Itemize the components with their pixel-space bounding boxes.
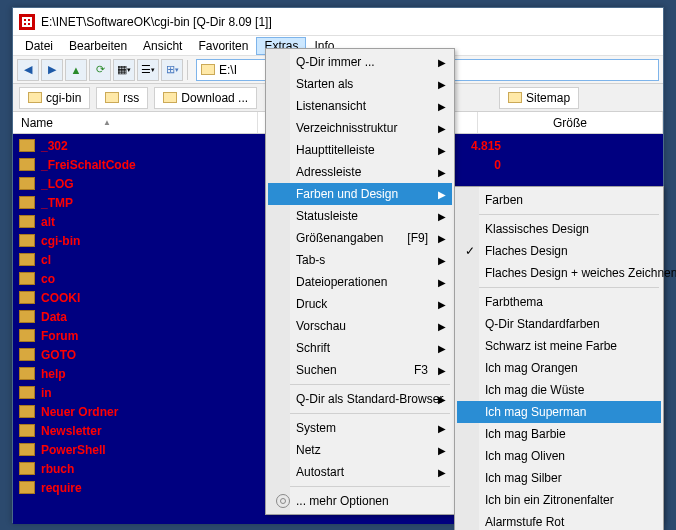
toolbar-separator <box>187 60 188 80</box>
menu-item-autostart[interactable]: Autostart▶ <box>268 461 452 483</box>
folder-icon <box>19 234 35 247</box>
menu-item-statusleiste[interactable]: Statusleiste▶ <box>268 205 452 227</box>
menu-item-alarmstufe-rot[interactable]: Alarmstufe Rot <box>457 511 661 530</box>
menu-item-starten-als[interactable]: Starten als▶ <box>268 73 452 95</box>
menu-item-ich-mag-superman[interactable]: Ich mag Superman <box>457 401 661 423</box>
menu-item-label: System <box>296 421 336 435</box>
menu-item-farben[interactable]: Farben <box>457 189 661 211</box>
menu-item-tab-s[interactable]: Tab-s▶ <box>268 249 452 271</box>
menu-item-ich-bin-ein-zitronenfalter[interactable]: Ich bin ein Zitronenfalter <box>457 489 661 511</box>
chevron-right-icon: ▶ <box>438 211 446 222</box>
menu-item-haupttitelleiste[interactable]: Haupttitelleiste▶ <box>268 139 452 161</box>
check-icon: ✓ <box>465 244 475 258</box>
menu-item-ich-mag-orangen[interactable]: Ich mag Orangen <box>457 357 661 379</box>
menu-separator <box>459 214 659 215</box>
menu-item-label: Q-Dir immer ... <box>296 55 375 69</box>
menu-item-flaches-design-weiches-zeichnen[interactable]: Flaches Design + weiches Zeichnen <box>457 262 661 284</box>
menu-item-label: Q-Dir Standardfarben <box>485 317 600 331</box>
chevron-right-icon: ▶ <box>438 123 446 134</box>
chevron-right-icon: ▶ <box>438 277 446 288</box>
folder-icon <box>19 386 35 399</box>
file-name: in <box>41 386 251 400</box>
menu-separator <box>270 384 450 385</box>
menu-item-ich-mag-oliven[interactable]: Ich mag Oliven <box>457 445 661 467</box>
menu-item-label: Listenansicht <box>296 99 366 113</box>
menu-item-schwarz-ist-meine-farbe[interactable]: Schwarz ist meine Farbe <box>457 335 661 357</box>
file-name: Neuer Ordner <box>41 405 251 419</box>
folder-icon <box>28 92 42 103</box>
folder-icon <box>508 92 522 103</box>
chevron-right-icon: ▶ <box>438 145 446 156</box>
view-grid-button[interactable]: ▦▾ <box>113 59 135 81</box>
file-name: PowerShell <box>41 443 251 457</box>
menu-item-label: Farben <box>485 193 523 207</box>
folder-icon <box>19 139 35 152</box>
menu-item-suchen[interactable]: SuchenF3▶ <box>268 359 452 381</box>
menu-item-label: Schwarz ist meine Farbe <box>485 339 617 353</box>
folder-icon <box>163 92 177 103</box>
column-name[interactable]: Name ▲ <box>13 112 258 133</box>
menu-item-label: Haupttitelleiste <box>296 143 375 157</box>
column-size[interactable]: Größe <box>478 112 663 133</box>
menu-item-q-dir-immer-[interactable]: Q-Dir immer ...▶ <box>268 51 452 73</box>
menu-item-vorschau[interactable]: Vorschau▶ <box>268 315 452 337</box>
menu-item-label: ... mehr Optionen <box>296 494 389 508</box>
menu-item-q-dir-standardfarben[interactable]: Q-Dir Standardfarben <box>457 313 661 335</box>
folder-icon <box>105 92 119 103</box>
menu-item-system[interactable]: System▶ <box>268 417 452 439</box>
chevron-right-icon: ▶ <box>438 445 446 456</box>
menu-item-q-dir-als-standard-browser[interactable]: Q-Dir als Standard-Browser▶ <box>268 388 452 410</box>
menu-item-listenansicht[interactable]: Listenansicht▶ <box>268 95 452 117</box>
file-name: Forum <box>41 329 251 343</box>
layout-button[interactable]: ⊞▾ <box>161 59 183 81</box>
menu-item-flaches-design[interactable]: ✓Flaches Design <box>457 240 661 262</box>
folder-icon <box>19 424 35 437</box>
folder-icon <box>19 481 35 494</box>
nav-forward-button[interactable]: ▶ <box>41 59 63 81</box>
tab-rss[interactable]: rss <box>96 87 148 109</box>
tab-sitemap[interactable]: Sitemap <box>499 87 579 109</box>
folder-icon <box>19 272 35 285</box>
menu-item-label: Verzeichnisstruktur <box>296 121 397 135</box>
tab-download-[interactable]: Download ... <box>154 87 257 109</box>
menu-item-label: Ich mag Silber <box>485 471 562 485</box>
menubar-item-bearbeiten[interactable]: Bearbeiten <box>61 37 135 55</box>
menu-item-ich-mag-silber[interactable]: Ich mag Silber <box>457 467 661 489</box>
menu-item-label: Suchen <box>296 363 337 377</box>
file-name: alt <box>41 215 251 229</box>
menu-item-label: Flaches Design + weiches Zeichnen <box>485 266 676 280</box>
menu-item-netz[interactable]: Netz▶ <box>268 439 452 461</box>
folder-icon <box>19 462 35 475</box>
tab-cgi-bin[interactable]: cgi-bin <box>19 87 90 109</box>
menu-shortcut: F3 <box>414 363 428 377</box>
menubar-item-datei[interactable]: Datei <box>17 37 61 55</box>
menu-item-dateioperationen[interactable]: Dateioperationen▶ <box>268 271 452 293</box>
chevron-right-icon: ▶ <box>438 79 446 90</box>
menu-item-druck[interactable]: Druck▶ <box>268 293 452 315</box>
menu-item-adressleiste[interactable]: Adressleiste▶ <box>268 161 452 183</box>
titlebar: E:\INET\SoftwareOK\cgi-bin [Q-Dir 8.09 [… <box>13 8 663 36</box>
file-name: _302 <box>41 139 251 153</box>
menu-item-label: Ich mag Superman <box>485 405 586 419</box>
menu-item-ich-mag-die-w-ste[interactable]: Ich mag die Wüste <box>457 379 661 401</box>
nav-up-button[interactable]: ▲ <box>65 59 87 81</box>
chevron-right-icon: ▶ <box>438 189 446 200</box>
menu-item-farbthema[interactable]: Farbthema <box>457 291 661 313</box>
menu-item-schrift[interactable]: Schrift▶ <box>268 337 452 359</box>
gear-icon <box>276 494 290 508</box>
menu-item-klassisches-design[interactable]: Klassisches Design <box>457 218 661 240</box>
refresh-button[interactable]: ⟳ <box>89 59 111 81</box>
menu-item-farben-und-design[interactable]: Farben und Design▶ <box>268 183 452 205</box>
menubar-item-ansicht[interactable]: Ansicht <box>135 37 190 55</box>
menu-item--mehr-optionen[interactable]: ... mehr Optionen <box>268 490 452 512</box>
folder-icon <box>19 310 35 323</box>
menu-item-verzeichnisstruktur[interactable]: Verzeichnisstruktur▶ <box>268 117 452 139</box>
folder-icon <box>19 405 35 418</box>
menu-item-label: Tab-s <box>296 253 325 267</box>
menu-item-gr-enangaben[interactable]: Größenangaben[F9]▶ <box>268 227 452 249</box>
view-list-button[interactable]: ☰▾ <box>137 59 159 81</box>
nav-back-button[interactable]: ◀ <box>17 59 39 81</box>
menu-shortcut: [F9] <box>407 231 428 245</box>
menu-item-ich-mag-barbie[interactable]: Ich mag Barbie <box>457 423 661 445</box>
menubar-item-favoriten[interactable]: Favoriten <box>190 37 256 55</box>
